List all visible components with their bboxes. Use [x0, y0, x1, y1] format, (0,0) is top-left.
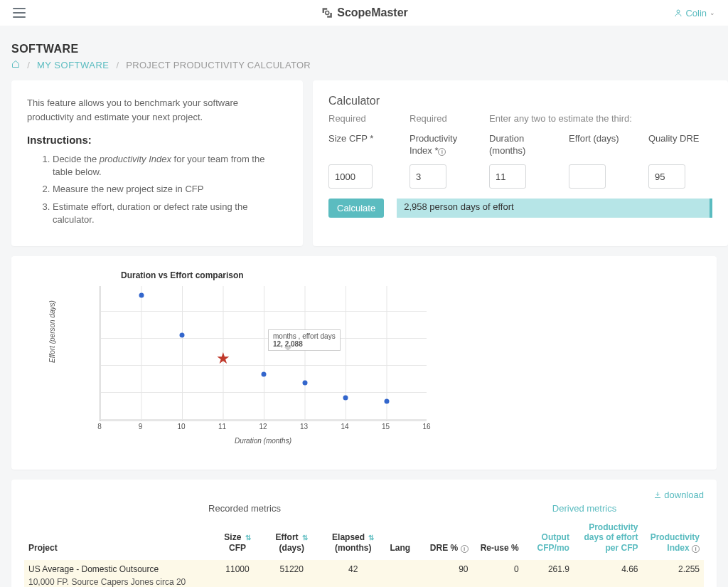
metrics-table-card: download Recorded metrics Derived metric… — [11, 480, 717, 587]
cell-size: 11000 — [212, 560, 262, 587]
project-name: US Average - Domestic Outsource — [28, 564, 208, 574]
user-icon — [674, 9, 682, 17]
table-row[interactable]: US Average - Domestic Outsource 10,000 F… — [24, 560, 704, 587]
top-bar: ScopeMaster Colin ⌄ — [0, 0, 728, 26]
cell-pdays: 4.66 — [574, 560, 643, 587]
chevron-down-icon: ⌄ — [710, 9, 715, 16]
data-point[interactable] — [139, 292, 144, 297]
productivity-index-input[interactable] — [410, 164, 446, 189]
intro-blurb: This feature allows you to benchmark you… — [27, 96, 287, 124]
col-output[interactable]: OutputCFP/mo — [523, 518, 574, 560]
col-dre[interactable]: DRE % i — [422, 518, 472, 560]
metrics-table: Project Size ⇅CFP Effort ⇅(days) Elapsed… — [24, 518, 704, 587]
instruction-step: Estimate effort, duration or defect rate… — [53, 201, 287, 226]
info-icon: i — [692, 545, 700, 553]
chart-title: Duration vs Effort comparison — [121, 270, 427, 280]
calculate-button[interactable]: Calculate — [328, 199, 384, 218]
highlight-star-icon[interactable]: ★ — [216, 349, 230, 368]
home-icon — [11, 60, 20, 68]
size-input[interactable] — [328, 164, 373, 189]
dre-label: Quality DRE — [648, 133, 712, 157]
scope-icon — [320, 6, 334, 20]
col-lang[interactable]: Lang — [386, 518, 422, 560]
svg-point-1 — [677, 10, 680, 13]
page-header: SOFTWARE / MY SOFTWARE / PROJECT PRODUCT… — [11, 37, 717, 80]
col-project[interactable]: Project — [24, 518, 212, 560]
download-link[interactable]: download — [24, 490, 704, 500]
calculator-title: Calculator — [328, 95, 712, 107]
chart-card: Effort (person days) Duration vs Effort … — [11, 256, 717, 470]
user-name: Colin — [685, 8, 707, 18]
required-label: Required — [328, 113, 394, 127]
user-menu[interactable]: Colin ⌄ — [674, 8, 715, 18]
dre-input[interactable] — [648, 164, 685, 189]
project-source: 10,000 FP. Source Capers Jones circa 20 — [28, 577, 208, 587]
size-label: Size CFP * — [328, 133, 394, 157]
data-point[interactable] — [343, 395, 348, 400]
instruction-step: Decide the productivity Index for your t… — [53, 153, 287, 179]
duration-label: Duration (months) — [489, 133, 553, 157]
effort-label: Effort (days) — [569, 133, 633, 157]
download-icon — [653, 491, 662, 499]
cell-lang — [386, 560, 422, 587]
chart-x-axis-label: Duration (months) — [100, 437, 427, 445]
chart-tooltip: months , effort days 12, 2,088 — [268, 329, 341, 351]
calculation-result: 2,958 person days of effort — [397, 199, 712, 218]
duration-input[interactable] — [489, 164, 526, 189]
pi-label: Productivity Index *i — [410, 133, 473, 157]
info-icon: i — [461, 545, 469, 553]
col-reuse[interactable]: Re-use % — [473, 518, 523, 560]
page-title: SOFTWARE — [11, 43, 717, 55]
breadcrumb-current: PROJECT PRODUCTIVITY CALCULATOR — [126, 60, 311, 70]
intro-card: This feature allows you to benchmark you… — [11, 80, 303, 246]
effort-input[interactable] — [569, 164, 606, 189]
col-pdays[interactable]: Productivitydays of effortper CFP — [574, 518, 643, 560]
cell-dre: 90 — [422, 560, 472, 587]
breadcrumb: / MY SOFTWARE / PROJECT PRODUCTIVITY CAL… — [11, 60, 717, 70]
scatter-plot[interactable]: ★ months , effort days 12, 2,088 — [100, 286, 427, 421]
cell-elapsed: 42 — [321, 560, 386, 587]
cell-reuse: 0 — [473, 560, 523, 587]
data-point[interactable] — [180, 332, 185, 337]
cell-effort: 51220 — [263, 560, 321, 587]
calculator-card: Calculator Required Size CFP * Required … — [313, 80, 728, 246]
brand-logo[interactable]: ScopeMaster — [320, 6, 408, 20]
chart-x-axis: 8910 111213 141516 — [100, 421, 427, 433]
data-point[interactable] — [262, 371, 267, 376]
cell-pi: 2.255 — [643, 560, 704, 587]
column-group-derived: Derived metrics — [465, 503, 704, 514]
instructions-heading: Instructions: — [27, 134, 287, 146]
svg-point-0 — [326, 11, 329, 15]
data-point[interactable] — [384, 398, 389, 403]
hint-label: Enter any two to estimate the third: — [489, 113, 553, 127]
info-icon[interactable]: i — [438, 148, 446, 156]
col-elapsed[interactable]: Elapsed ⇅(months) — [321, 518, 386, 560]
required-label: Required — [410, 113, 473, 127]
col-pi[interactable]: ProductivityIndex i — [643, 518, 704, 560]
breadcrumb-home[interactable] — [11, 60, 23, 70]
breadcrumb-level1[interactable]: MY SOFTWARE — [37, 60, 109, 70]
cell-output: 261.9 — [523, 560, 574, 587]
chart-y-axis-label: Effort (person days) — [48, 300, 56, 363]
column-group-recorded: Recorded metrics — [24, 503, 465, 514]
data-point[interactable] — [302, 380, 307, 385]
instruction-step: Measure the new project size in CFP — [53, 183, 287, 196]
menu-icon[interactable] — [13, 8, 26, 18]
col-size[interactable]: Size ⇅CFP — [212, 518, 262, 560]
col-effort[interactable]: Effort ⇅(days) — [263, 518, 321, 560]
